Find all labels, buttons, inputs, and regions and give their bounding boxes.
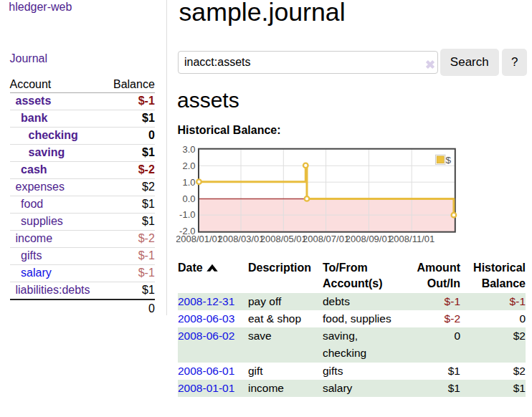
svg-text:2.0: 2.0 [182, 160, 195, 171]
svg-text:$: $ [446, 155, 452, 166]
svg-text:2008/07/01: 2008/07/01 [303, 234, 349, 244]
svg-text:2008/11/01: 2008/11/01 [389, 234, 434, 244]
svg-text:1.0: 1.0 [182, 177, 195, 188]
svg-text:2008/01/01: 2008/01/01 [176, 234, 222, 244]
svg-text:2008/09/01: 2008/09/01 [346, 234, 392, 244]
svg-text:-1.0: -1.0 [179, 209, 195, 220]
svg-text:2008/05/01: 2008/05/01 [260, 234, 307, 244]
svg-text:2008/03/01: 2008/03/01 [217, 234, 264, 244]
svg-text:0.0: 0.0 [182, 193, 195, 204]
svg-text:3.0: 3.0 [182, 144, 195, 155]
